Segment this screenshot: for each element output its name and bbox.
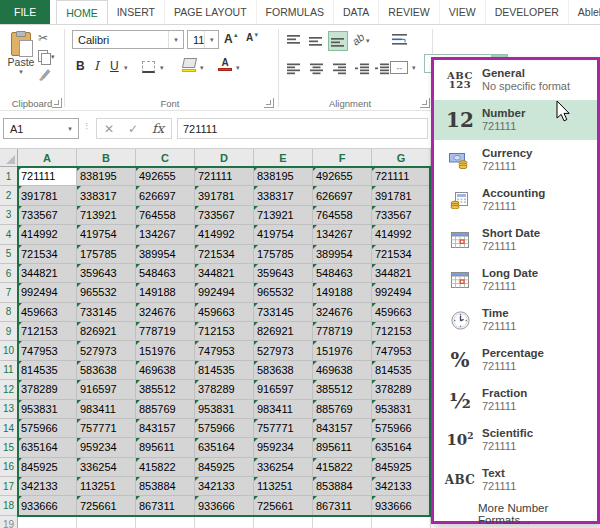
bottom-align-button[interactable]: [328, 31, 348, 51]
format-option-long-date[interactable]: Long Date721111: [434, 260, 597, 300]
cell-C10[interactable]: 151976: [136, 341, 195, 360]
cell-B7[interactable]: 965532: [77, 283, 136, 302]
fill-color-button[interactable]: [182, 58, 196, 72]
paste-dropdown-caret[interactable]: ▾: [19, 68, 23, 75]
cell-C11[interactable]: 469638: [136, 361, 195, 380]
cell-C1[interactable]: 492655: [136, 167, 195, 186]
cell-G18[interactable]: 933666: [372, 496, 431, 515]
cell-B4[interactable]: 419754: [77, 225, 136, 244]
cell-D4[interactable]: 414992: [195, 225, 254, 244]
underline-caret[interactable]: ▾: [124, 64, 128, 71]
cell-C3[interactable]: 764558: [136, 206, 195, 225]
cell-A19[interactable]: [18, 516, 77, 528]
formula-input[interactable]: 721111: [177, 118, 428, 139]
cell-D3[interactable]: 733567: [195, 206, 254, 225]
cut-button[interactable]: ✂: [38, 31, 48, 45]
decrease-font-size-button[interactable]: A▼: [246, 32, 259, 43]
cell-F8[interactable]: 324676: [313, 303, 372, 322]
row-number-11[interactable]: 11: [0, 361, 18, 380]
cell-A2[interactable]: 391781: [18, 186, 77, 205]
font-size-combobox[interactable]: 11 ▾: [187, 30, 219, 49]
cell-D15[interactable]: 635164: [195, 438, 254, 457]
cell-C6[interactable]: 548463: [136, 264, 195, 283]
cell-E10[interactable]: 527973: [254, 341, 313, 360]
row-number-10[interactable]: 10: [0, 341, 18, 360]
cell-C8[interactable]: 324676: [136, 303, 195, 322]
increase-font-size-button[interactable]: A▲: [224, 32, 239, 46]
underline-button[interactable]: U: [110, 59, 119, 73]
cell-C19[interactable]: [136, 516, 195, 528]
format-option-scientific[interactable]: 102Scientific721111: [434, 420, 597, 460]
row-number-3[interactable]: 3: [0, 206, 18, 225]
row-number-5[interactable]: 5: [0, 245, 18, 264]
row-number-6[interactable]: 6: [0, 264, 18, 283]
cell-D17[interactable]: 342133: [195, 477, 254, 496]
column-header-D[interactable]: D: [195, 149, 254, 167]
column-header-A[interactable]: A: [18, 149, 77, 167]
cell-D11[interactable]: 814535: [195, 361, 254, 380]
cell-G14[interactable]: 575966: [372, 419, 431, 438]
orientation-caret[interactable]: ▾: [366, 37, 370, 44]
format-option-short-date[interactable]: Short Date721111: [434, 220, 597, 260]
row-number-9[interactable]: 9: [0, 322, 18, 341]
merge-center-button[interactable]: ↔: [390, 61, 408, 74]
cell-G13[interactable]: 953831: [372, 400, 431, 419]
cell-C12[interactable]: 385512: [136, 380, 195, 399]
cell-C15[interactable]: 895611: [136, 438, 195, 457]
cell-B19[interactable]: [77, 516, 136, 528]
cell-E7[interactable]: 965532: [254, 283, 313, 302]
cell-G7[interactable]: 992494: [372, 283, 431, 302]
cell-F16[interactable]: 415822: [313, 458, 372, 477]
cell-D19[interactable]: [195, 516, 254, 528]
cell-F18[interactable]: 867311: [313, 496, 372, 515]
cell-A6[interactable]: 344821: [18, 264, 77, 283]
cell-F2[interactable]: 626697: [313, 186, 372, 205]
cell-B18[interactable]: 725661: [77, 496, 136, 515]
merge-center-caret[interactable]: ▾: [412, 64, 416, 71]
cell-A13[interactable]: 953831: [18, 400, 77, 419]
cell-D10[interactable]: 747953: [195, 341, 254, 360]
bold-button[interactable]: B: [76, 59, 85, 73]
name-box-caret[interactable]: ▾: [62, 125, 78, 132]
cell-A10[interactable]: 747953: [18, 341, 77, 360]
cell-G5[interactable]: 721534: [372, 245, 431, 264]
insert-function-button[interactable]: fx: [152, 121, 164, 136]
row-number-8[interactable]: 8: [0, 303, 18, 322]
cell-F19[interactable]: [313, 516, 372, 528]
cell-B15[interactable]: 959234: [77, 438, 136, 457]
tab-file[interactable]: FILE: [0, 0, 50, 24]
format-option-accounting[interactable]: Accounting721111: [434, 180, 597, 220]
cell-G6[interactable]: 344821: [372, 264, 431, 283]
cell-G9[interactable]: 712153: [372, 322, 431, 341]
cell-G15[interactable]: 635164: [372, 438, 431, 457]
format-option-text[interactable]: ABCText721111: [434, 460, 597, 500]
cell-B6[interactable]: 359643: [77, 264, 136, 283]
column-header-F[interactable]: F: [313, 149, 372, 167]
align-right-button[interactable]: [328, 59, 348, 79]
cell-F10[interactable]: 151976: [313, 341, 372, 360]
cell-A1[interactable]: 721111: [18, 167, 77, 186]
cell-A7[interactable]: 992494: [18, 283, 77, 302]
copy-button[interactable]: ▾: [38, 50, 55, 62]
cell-G11[interactable]: 814535: [372, 361, 431, 380]
cell-D12[interactable]: 378289: [195, 380, 254, 399]
font-size-caret[interactable]: ▾: [204, 31, 218, 48]
cell-G19[interactable]: [372, 516, 431, 528]
middle-align-button[interactable]: [306, 31, 326, 51]
row-number-18[interactable]: 18: [0, 496, 18, 515]
cell-C2[interactable]: 626697: [136, 186, 195, 205]
cell-C9[interactable]: 778719: [136, 322, 195, 341]
cell-E1[interactable]: 838195: [254, 167, 313, 186]
format-option-number[interactable]: 12Number721111: [434, 100, 597, 140]
cell-B9[interactable]: 826921: [77, 322, 136, 341]
row-number-2[interactable]: 2: [0, 186, 18, 205]
decrease-indent-button[interactable]: [352, 59, 372, 79]
column-header-G[interactable]: G: [372, 149, 431, 167]
cell-D14[interactable]: 575966: [195, 419, 254, 438]
top-align-button[interactable]: [284, 31, 304, 51]
cell-E3[interactable]: 713921: [254, 206, 313, 225]
format-option-time[interactable]: Time721111: [434, 300, 597, 340]
cancel-button[interactable]: ✕: [104, 122, 114, 136]
tab-review[interactable]: REVIEW: [379, 0, 439, 24]
clipboard-dialog-launcher[interactable]: [52, 98, 62, 108]
